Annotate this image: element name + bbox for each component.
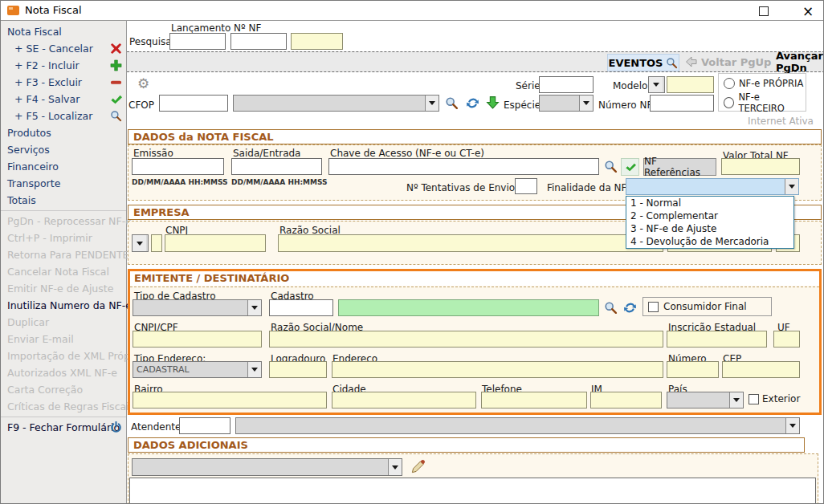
finalidade-option-ajuste[interactable]: 3 - NF-e de Ajuste <box>626 222 793 235</box>
cnpj-cpf-input[interactable] <box>133 331 262 348</box>
especie-label: Espécie <box>504 100 540 111</box>
gear-icon[interactable]: ⚙ <box>137 77 149 91</box>
numero-nf-search-input[interactable] <box>230 33 287 50</box>
nfe-propria-radio[interactable]: NF-e PRÓPRIA <box>724 78 806 89</box>
numero-nf-input[interactable] <box>650 95 714 112</box>
cfop-search-icon[interactable] <box>445 96 459 110</box>
bairro-input[interactable] <box>133 392 327 408</box>
avancar-pgdn-button[interactable]: Avançar PgDn <box>776 54 824 70</box>
nfe-terceiro-radio[interactable]: NF-e TERCEIRO <box>724 91 806 114</box>
sidebar-item-duplicar[interactable]: Duplicar <box>1 314 126 331</box>
sidebar-item-importacao-xml[interactable]: Importação de XML Próprio <box>1 348 126 364</box>
sidebar-item-emitir-ajuste[interactable]: Emitir NF-e de Ajuste <box>1 280 126 297</box>
uf-input[interactable] <box>773 331 800 348</box>
sidebar-item-totais[interactable]: Totais <box>1 192 126 209</box>
serie-input[interactable] <box>539 76 594 93</box>
exterior-checkbox[interactable] <box>749 394 759 404</box>
sidebar-item-fechar-formulario[interactable]: F9 - Fechar Formulário <box>1 419 126 436</box>
sidebar-item-imprimir[interactable]: Ctrl+P - Imprimir <box>1 230 126 246</box>
lancamento-input[interactable] <box>169 33 226 50</box>
finalidade-dropdown[interactable] <box>626 178 799 195</box>
sidebar-item-autorizados-xml[interactable]: Autorizados XML NF-e <box>1 364 126 381</box>
cidade-input[interactable] <box>332 392 476 408</box>
exterior-label: Exterior <box>762 393 800 404</box>
sidebar-item-carta-correcao[interactable]: Carta Correção <box>1 381 126 398</box>
pais-dropdown[interactable] <box>667 392 744 408</box>
telefone-input[interactable] <box>481 392 587 408</box>
sidebar-item-cancelar-nota[interactable]: Cancelar Nota Fiscal <box>1 263 126 280</box>
tipo-endereco-dropdown[interactable]: CADASTRAL <box>133 361 262 378</box>
emissao-input[interactable] <box>132 158 224 175</box>
atendente-dropdown[interactable] <box>235 417 800 434</box>
consumidor-final-checkbox[interactable]: Consumidor Final <box>642 297 772 316</box>
sidebar-item-cancelar[interactable]: + SE - Cancelar <box>1 40 126 57</box>
numero-input[interactable] <box>667 361 719 378</box>
edit-pencil-icon[interactable] <box>410 459 426 474</box>
cadastro-search-icon[interactable] <box>604 301 618 315</box>
cfop-input[interactable] <box>159 95 228 112</box>
dados-adicionais-textarea[interactable] <box>129 478 816 504</box>
numero-nf-label: Número NF <box>598 100 652 111</box>
dados-adicionais-dropdown[interactable] <box>132 458 402 476</box>
chave-search-icon[interactable] <box>604 160 618 173</box>
nf-referencias-button[interactable]: NF Referências <box>643 158 716 176</box>
sidebar-item-label: Transporte <box>7 177 60 189</box>
nfe-terceiro-label: NF-e TERCEIRO <box>738 91 806 114</box>
sidebar-item-localizar[interactable]: + F5 - Localizar <box>1 108 126 124</box>
sidebar-item-excluir[interactable]: + F3 - Excluir <box>1 74 126 91</box>
sidebar-item-transporte[interactable]: Transporte <box>1 175 126 192</box>
sidebar-item-produtos[interactable]: Produtos <box>1 124 126 141</box>
sidebar-item-servicos[interactable]: Serviços <box>1 141 126 158</box>
sidebar-item-label: Autorizados XML NF-e <box>7 367 117 379</box>
maximize-button[interactable] <box>748 1 780 21</box>
empresa-razao-input[interactable] <box>278 234 663 252</box>
refresh-icon[interactable] <box>466 96 479 110</box>
im-input[interactable] <box>590 392 662 408</box>
finalidade-option-devolucao[interactable]: 4 - Devolução de Mercadoria <box>626 235 793 248</box>
sidebar-item-retorna-pendente[interactable]: Retorna Para PENDENTE <box>1 246 126 263</box>
saida-entrada-input[interactable] <box>231 158 322 175</box>
serie-label: Série <box>516 80 540 91</box>
empresa-code-input[interactable] <box>151 234 162 252</box>
close-button[interactable]: × <box>792 1 824 21</box>
tentativas-input[interactable] <box>515 178 537 194</box>
logradouro-input[interactable] <box>269 361 327 378</box>
finalidade-option-complementar[interactable]: 2 - Complementar <box>626 209 793 222</box>
sidebar-item-enviar-email[interactable]: Enviar E-mail <box>1 331 126 348</box>
cep-input[interactable] <box>722 361 800 378</box>
sidebar-item-incluir[interactable]: + F2 - Incluir <box>1 57 126 74</box>
sidebar-item-salvar[interactable]: + F4 - Salvar <box>1 91 126 108</box>
sidebar-item-criticas-regras[interactable]: Críticas de Regras Fiscais <box>1 398 126 415</box>
dados-nf-title: DADOS da NOTA FISCAL <box>133 131 274 143</box>
finalidade-option-normal[interactable]: 1 - Normal <box>626 197 793 209</box>
arrow-down-icon[interactable] <box>486 96 500 109</box>
cadastro-refresh-icon[interactable] <box>623 301 637 315</box>
eventos-button[interactable]: EVENTOS <box>607 54 679 71</box>
sidebar-item-label: Críticas de Regras Fiscais <box>7 400 134 413</box>
inscricao-estadual-input[interactable] <box>667 331 767 348</box>
cadastro-nome-input[interactable] <box>338 299 599 316</box>
tipo-endereco-value: CADASTRAL <box>133 364 190 375</box>
especie-dropdown[interactable] <box>539 95 594 112</box>
sidebar-item-nota-fiscal[interactable]: Nota Fiscal <box>1 23 126 40</box>
sidebar-item-inutiliza-numero[interactable]: Inutiliza Numero da NF-e <box>1 297 126 314</box>
valor-total-input[interactable] <box>721 158 800 175</box>
voltar-pgup-button[interactable]: Voltar PgUp <box>685 54 771 70</box>
endereco-input[interactable] <box>332 361 663 378</box>
chave-acesso-input[interactable] <box>328 158 599 175</box>
validate-button[interactable] <box>621 158 639 176</box>
search-extra-input[interactable] <box>291 33 343 50</box>
modelo-dropdown[interactable] <box>648 76 665 93</box>
cfop-dropdown[interactable] <box>233 95 439 112</box>
tipo-cadastro-dropdown[interactable] <box>133 299 262 316</box>
empresa-cnpj-input[interactable] <box>165 234 266 252</box>
sidebar-item-reprocessar[interactable]: PgDn - Reprocessar NF-e <box>1 213 126 230</box>
modelo-input[interactable] <box>667 76 714 93</box>
chevron-down-icon <box>785 179 798 194</box>
razao-nome-input[interactable] <box>269 331 663 348</box>
sidebar-item-label: Cancelar Nota Fiscal <box>7 266 109 278</box>
atendente-input[interactable] <box>179 417 230 434</box>
empresa-dropdown[interactable] <box>132 234 149 252</box>
cadastro-codigo-input[interactable] <box>269 299 333 316</box>
sidebar-item-financeiro[interactable]: Financeiro <box>1 158 126 175</box>
